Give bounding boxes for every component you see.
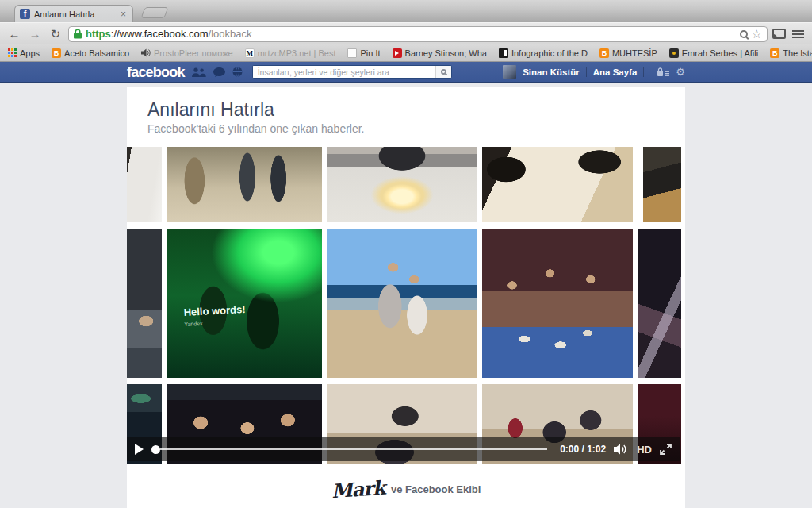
home-link[interactable]: Ana Sayfa — [593, 67, 638, 77]
bookmark-infographic[interactable]: Infographic of the D — [499, 48, 588, 58]
photo-woman-jacket — [643, 147, 681, 222]
gear-icon[interactable]: ⚙ — [676, 67, 685, 77]
speaker-icon — [141, 48, 151, 57]
bookmark-label: The Istanbulian — [783, 48, 812, 58]
time-display: 0:00 / 1:02 — [560, 444, 606, 455]
facebook-favicon-icon: f — [20, 9, 30, 19]
search-button[interactable] — [435, 66, 451, 78]
card-footer: Mark ve Facebook Ekibi — [127, 478, 685, 508]
cast-icon[interactable] — [772, 29, 786, 39]
bookmark-the-istanbulian[interactable]: B The Istanbulian — [770, 48, 812, 58]
photo-birthday-cake — [327, 147, 477, 222]
tab-close-icon[interactable]: × — [119, 9, 128, 20]
bookmark-label: Apps — [20, 48, 40, 58]
chrome-menu-icon[interactable] — [791, 29, 806, 40]
photo-green-club: Hello words! Yandex — [167, 229, 322, 378]
search-zoom-icon[interactable] — [740, 30, 748, 38]
progress-track[interactable] — [160, 448, 547, 450]
facebook-navbar: facebook — [0, 62, 812, 83]
bookmark-emrah-serbes[interactable]: Emrah Serbes | Afili — [669, 48, 758, 58]
bookmarks-bar: Apps B Aceto Balsamico ProstoPleer помож… — [0, 44, 812, 62]
bookmark-apps[interactable]: Apps — [8, 48, 40, 58]
facebook-search — [252, 65, 452, 79]
bookmark-label: ProstoPleer поможе — [154, 48, 233, 58]
notifications-globe-icon[interactable] — [232, 67, 243, 77]
letter-m-icon: M — [245, 48, 255, 58]
forward-icon[interactable]: → — [27, 26, 43, 42]
tab-strip: f Anılarını Hatırla × — [0, 0, 812, 22]
back-icon[interactable]: ← — [6, 26, 22, 42]
bookmark-pin-it[interactable]: Pin It — [347, 48, 380, 58]
page-icon — [347, 48, 357, 58]
url-text: https://www.facebook.com/lookback — [86, 28, 252, 40]
photo-concert — [638, 229, 681, 378]
page-subtitle: Facebook'taki 6 yılından öne çıkan haber… — [127, 121, 685, 135]
scrubber-handle[interactable] — [151, 445, 160, 454]
new-tab-button[interactable] — [140, 7, 168, 18]
hd-button[interactable]: HD — [637, 444, 652, 456]
blogger-icon: B — [770, 48, 779, 58]
photo-shirt-text: Hello words! Yandex — [183, 303, 246, 330]
url-path: /lookback — [209, 28, 252, 40]
bookmark-label: mrtzcMP3.net | Best — [258, 48, 336, 58]
bookmark-label: Infographic of the D — [511, 48, 588, 58]
footer-credit: ve Facebook Ekibi — [391, 483, 481, 495]
url-scheme: https — [86, 28, 111, 40]
photo-white-shirt — [127, 147, 162, 222]
photo-dinner-table — [482, 229, 633, 378]
photo-night-street — [127, 229, 162, 378]
address-bar[interactable]: https://www.facebook.com/lookback ☆ — [68, 26, 768, 42]
privacy-shortcuts-icon[interactable] — [657, 67, 669, 76]
photo-musicians — [167, 147, 322, 222]
play-button[interactable] — [135, 444, 144, 455]
bookmark-label: Barney Stinson; Wha — [405, 48, 487, 58]
blogger-icon: B — [599, 48, 609, 58]
video-controls: 0:00 / 1:02 HD — [127, 437, 680, 461]
bookmark-star-icon[interactable]: ☆ — [752, 28, 762, 40]
facebook-logo[interactable]: facebook — [127, 62, 185, 83]
bookmark-aceto-balsamico[interactable]: B Aceto Balsamico — [52, 48, 129, 58]
lookback-card: Anılarını Hatırla Facebook'taki 6 yılınd… — [127, 87, 685, 508]
dark-document-icon — [499, 48, 508, 58]
bookmark-label: Aceto Balsamico — [64, 48, 129, 58]
friend-requests-icon[interactable] — [192, 67, 206, 77]
volume-icon[interactable] — [614, 444, 629, 455]
bookmark-muhtesip[interactable]: B MUHTESİP — [599, 48, 657, 58]
padlock-icon — [74, 29, 82, 39]
browser-toolbar: ← → ↻ https://www.facebook.com/lookback … — [0, 22, 812, 44]
browser-window: f Anılarını Hatırla × ← → ↻ https://www.… — [0, 0, 812, 508]
fullscreen-icon[interactable] — [660, 444, 672, 455]
blogger-icon: B — [52, 48, 61, 58]
divider — [643, 67, 644, 77]
bookmark-label: Emrah Serbes | Afili — [682, 48, 758, 58]
lookback-video[interactable]: Hello words! Yandex — [127, 147, 685, 464]
mark-signature: Mark — [331, 476, 385, 503]
dark-photo-icon — [669, 48, 679, 58]
messages-icon[interactable] — [213, 67, 225, 77]
search-icon — [441, 69, 446, 75]
divider — [586, 67, 587, 77]
profile-avatar[interactable] — [503, 65, 516, 79]
page-content: Anılarını Hatırla Facebook'taki 6 yılınd… — [0, 83, 812, 508]
progress-bar[interactable] — [151, 445, 547, 454]
tab-facebook-lookback[interactable]: f Anılarını Hatırla × — [14, 5, 133, 22]
photo-bed-group — [482, 147, 633, 222]
page-title: Anılarını Hatırla — [127, 99, 685, 121]
profile-name-link[interactable]: Sinan Küstür — [523, 67, 580, 77]
bookmark-mrtzcmp3[interactable]: M mrtzcMP3.net | Best — [245, 48, 336, 58]
youtube-icon — [393, 48, 402, 58]
photo-beach-couple — [327, 229, 477, 378]
url-host: ://www.facebook.com — [111, 28, 209, 40]
bookmark-label: MUHTESİP — [612, 48, 657, 58]
bookmark-barney-stinson[interactable]: Barney Stinson; Wha — [393, 48, 487, 58]
reload-icon[interactable]: ↻ — [48, 26, 63, 42]
tab-title: Anılarını Hatırla — [34, 10, 115, 19]
bookmark-label: Pin It — [360, 48, 380, 58]
search-input[interactable] — [253, 66, 435, 78]
apps-grid-icon — [8, 48, 17, 57]
bookmark-prostopleer[interactable]: ProstoPleer поможе — [141, 48, 233, 58]
